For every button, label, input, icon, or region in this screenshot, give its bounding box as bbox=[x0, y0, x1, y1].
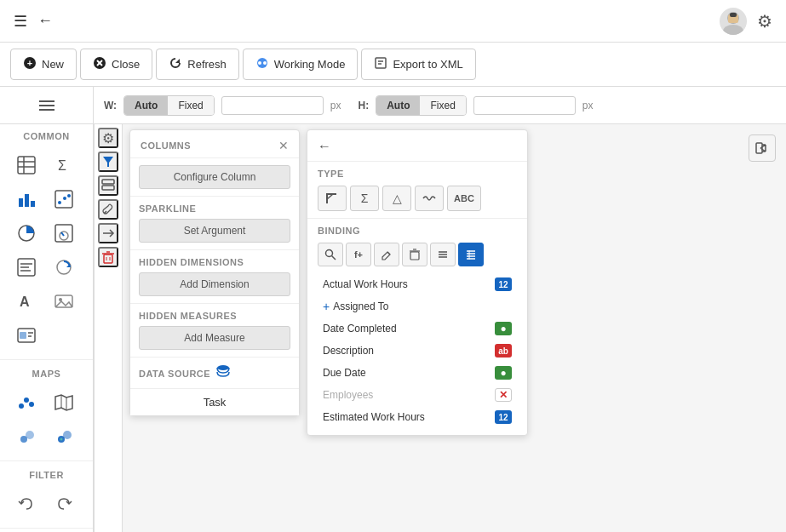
binding-back-button[interactable]: ← bbox=[318, 139, 331, 154]
svg-point-29 bbox=[67, 194, 71, 197]
maps-icons-grid bbox=[0, 382, 93, 457]
hamburger-button[interactable]: ☰ bbox=[14, 12, 27, 31]
sigma-icon[interactable]: Σ bbox=[47, 148, 81, 182]
refresh-circle-icon[interactable] bbox=[47, 250, 81, 284]
bar-chart-icon[interactable] bbox=[9, 182, 43, 216]
redo-icon[interactable] bbox=[47, 487, 81, 521]
bubble-map-icon[interactable] bbox=[9, 420, 43, 454]
height-label: H: bbox=[358, 100, 369, 112]
width-px-label: px bbox=[330, 100, 341, 112]
top-bar: ☰ ← ⚙ bbox=[0, 0, 786, 43]
add-measure-button[interactable]: Add Measure bbox=[139, 326, 290, 350]
list-item[interactable]: + Assigned To bbox=[318, 295, 517, 317]
item-label: Actual Work Hours bbox=[323, 278, 495, 290]
map-icon[interactable] bbox=[47, 386, 81, 420]
svg-line-71 bbox=[332, 256, 336, 260]
type-wave-icon[interactable] bbox=[415, 186, 444, 211]
choropleth-icon[interactable] bbox=[47, 420, 81, 454]
hidden-dimensions-label: HIDDEN DIMENSIONS bbox=[139, 257, 290, 267]
svg-text:A: A bbox=[20, 295, 30, 309]
table-icon[interactable] bbox=[9, 148, 43, 182]
filter-comp-icon[interactable] bbox=[98, 152, 118, 172]
scatter-icon[interactable] bbox=[47, 182, 81, 216]
type-sigma-icon[interactable]: Σ bbox=[350, 186, 379, 211]
delete-tool-button[interactable] bbox=[402, 243, 427, 266]
svg-rect-43 bbox=[20, 332, 26, 339]
refresh-button[interactable]: Refresh bbox=[156, 49, 239, 80]
gear-comp-icon[interactable]: ⚙ bbox=[98, 128, 118, 148]
gauge-icon[interactable] bbox=[47, 216, 81, 250]
sidebar-menu-icon[interactable] bbox=[30, 89, 64, 123]
wrench-comp-icon[interactable] bbox=[98, 199, 118, 220]
height-px-label: px bbox=[582, 100, 594, 112]
arrow-comp-icon[interactable] bbox=[98, 223, 118, 243]
share-button[interactable] bbox=[749, 134, 776, 162]
list-item[interactable]: Actual Work Hours 12 bbox=[318, 273, 517, 295]
width-fixed-button[interactable]: Fixed bbox=[168, 96, 213, 115]
pie-chart-icon[interactable] bbox=[9, 216, 43, 250]
close-label: Close bbox=[112, 58, 140, 71]
item-label: Estimated Work Hours bbox=[323, 411, 495, 423]
svg-text:Σ: Σ bbox=[58, 158, 66, 173]
svg-point-1 bbox=[723, 25, 743, 35]
svg-rect-63 bbox=[104, 255, 112, 263]
map-dots-icon[interactable] bbox=[9, 386, 43, 420]
add-dimension-button[interactable]: Add Dimension bbox=[139, 272, 290, 296]
height-toggle: Auto Fixed bbox=[376, 95, 467, 116]
undo-icon[interactable] bbox=[9, 487, 43, 521]
type-delta-icon[interactable]: △ bbox=[382, 186, 411, 211]
image-icon[interactable] bbox=[47, 284, 81, 318]
layers-comp-icon[interactable] bbox=[98, 175, 118, 196]
type-corner-icon[interactable] bbox=[318, 186, 347, 211]
item-label: Assigned To bbox=[333, 300, 512, 312]
back-button[interactable]: ← bbox=[37, 12, 53, 30]
list-item[interactable]: Date Completed ● bbox=[318, 317, 517, 340]
width-auto-button[interactable]: Auto bbox=[124, 96, 168, 115]
add-function-button[interactable]: f+ bbox=[346, 243, 371, 266]
svg-rect-31 bbox=[55, 225, 72, 242]
item-badge: ● bbox=[495, 366, 512, 380]
new-button[interactable]: + New bbox=[10, 49, 77, 80]
width-input[interactable] bbox=[221, 96, 324, 115]
configure-column-button[interactable]: Configure Column bbox=[139, 165, 290, 189]
component-sidebar: ⚙ bbox=[94, 124, 123, 532]
search-tool-button[interactable] bbox=[318, 243, 343, 266]
rich-text-icon[interactable] bbox=[9, 250, 43, 284]
refresh-icon bbox=[169, 56, 182, 72]
export-icon bbox=[374, 56, 387, 72]
list-view-button[interactable] bbox=[430, 243, 456, 266]
height-fixed-button[interactable]: Fixed bbox=[420, 96, 465, 115]
columns-close-button[interactable]: ✕ bbox=[278, 139, 289, 152]
list-item[interactable]: Due Date ● bbox=[318, 362, 517, 384]
list-item[interactable]: Employees ✕ bbox=[318, 384, 517, 406]
svg-point-55 bbox=[63, 431, 72, 439]
svg-line-33 bbox=[61, 232, 64, 236]
export-button[interactable]: Export to XML bbox=[361, 49, 475, 80]
task-button[interactable]: Task bbox=[130, 388, 299, 415]
width-label: W: bbox=[104, 100, 117, 112]
set-argument-button[interactable]: Set Argument bbox=[139, 219, 290, 243]
card-icon[interactable] bbox=[9, 318, 43, 352]
grid-view-button[interactable] bbox=[458, 243, 484, 266]
type-icons: Σ △ ABC bbox=[318, 186, 517, 211]
item-label: Due Date bbox=[323, 367, 495, 379]
list-item[interactable]: Description ab bbox=[318, 340, 517, 362]
left-sidebar: COMMON Σ bbox=[0, 87, 94, 532]
text-icon[interactable]: A bbox=[9, 284, 43, 318]
svg-point-47 bbox=[24, 398, 29, 403]
edit-button[interactable] bbox=[374, 243, 399, 266]
svg-marker-58 bbox=[103, 157, 113, 167]
list-item[interactable]: Estimated Work Hours 12 bbox=[318, 406, 517, 428]
height-auto-button[interactable]: Auto bbox=[376, 96, 420, 115]
filter-label: FILTER bbox=[0, 463, 93, 483]
delete-comp-icon[interactable] bbox=[98, 247, 118, 267]
type-abc-icon[interactable]: ABC bbox=[447, 186, 481, 211]
columns-panel-title: COLUMNS bbox=[141, 140, 191, 151]
svg-point-68 bbox=[217, 365, 229, 370]
close-button[interactable]: Close bbox=[80, 49, 152, 80]
working-mode-button[interactable]: Working Mode bbox=[243, 49, 359, 80]
height-input[interactable] bbox=[473, 96, 576, 115]
svg-text:+: + bbox=[27, 58, 32, 68]
settings-icon[interactable]: ⚙ bbox=[757, 11, 772, 31]
columns-panel-header: COLUMNS ✕ bbox=[130, 130, 299, 158]
